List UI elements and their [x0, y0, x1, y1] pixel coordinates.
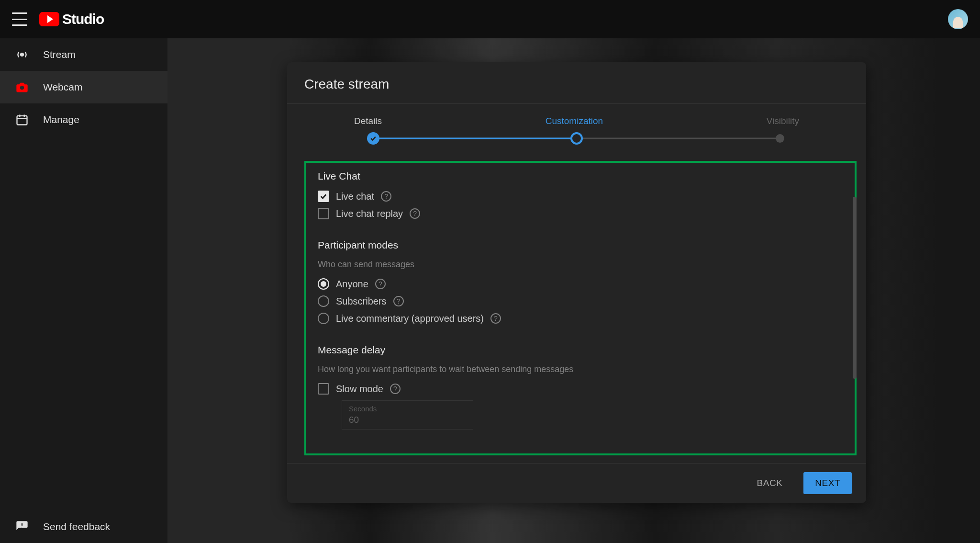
back-button[interactable]: BACK [746, 472, 794, 494]
commentary-radio[interactable] [318, 313, 329, 324]
section-sub: How long you want participants to wait b… [318, 364, 843, 374]
section-participant: Participant modes [318, 239, 843, 251]
sidebar-item-label: Stream [43, 49, 76, 60]
sidebar-item-label: Manage [43, 114, 79, 125]
step-dot-pending [776, 134, 784, 143]
step-details[interactable]: Details [354, 116, 382, 126]
live-chat-replay-checkbox[interactable] [318, 208, 329, 219]
option-anyone: Anyone ? [318, 278, 843, 290]
option-label: Subscribers [336, 296, 387, 307]
feedback-icon [15, 520, 29, 533]
help-icon[interactable]: ? [390, 384, 401, 394]
live-chat-checkbox[interactable] [318, 191, 329, 202]
section-delay: Message delay [318, 344, 843, 356]
option-label: Live chat replay [336, 208, 403, 219]
create-stream-dialog: Create stream Details Customization Visi… [287, 62, 866, 503]
dialog-footer: BACK NEXT [287, 463, 866, 503]
logo[interactable]: Studio [39, 11, 104, 27]
option-slow-mode: Slow mode ? [318, 383, 843, 395]
help-icon[interactable]: ? [410, 208, 420, 219]
option-live-chat-replay: Live chat replay ? [318, 208, 843, 219]
option-label: Slow mode [336, 384, 383, 395]
logo-text: Studio [62, 11, 104, 27]
help-icon[interactable]: ? [490, 313, 501, 324]
help-icon[interactable]: ? [375, 279, 386, 289]
help-icon[interactable]: ? [393, 296, 404, 306]
input-value: 60 [349, 415, 466, 425]
sidebar: Stream Webcam Manage Send feedback [0, 38, 167, 543]
stepper: Details Customization Visibility [287, 104, 866, 161]
sidebar-item-feedback[interactable]: Send feedback [0, 510, 167, 543]
option-label: Live chat [336, 191, 374, 202]
option-live-chat: Live chat ? [318, 191, 843, 202]
sidebar-item-webcam[interactable]: Webcam [0, 71, 167, 103]
webcam-icon [15, 80, 29, 94]
subscribers-radio[interactable] [318, 295, 329, 307]
header-left: Studio [12, 11, 104, 27]
sidebar-item-label: Send feedback [43, 521, 110, 532]
step-dot-current [570, 132, 583, 145]
header: Studio [0, 0, 980, 38]
step-customization[interactable]: Customization [546, 116, 603, 126]
option-label: Live commentary (approved users) [336, 313, 484, 324]
slow-mode-checkbox[interactable] [318, 383, 329, 395]
next-button[interactable]: NEXT [803, 472, 852, 494]
section-live-chat: Live Chat [318, 170, 843, 182]
highlight-box: Live Chat Live chat ? Live chat replay ?… [304, 161, 857, 455]
svg-point-1 [20, 86, 24, 90]
sidebar-item-label: Webcam [43, 81, 82, 93]
sidebar-item-manage[interactable]: Manage [0, 103, 167, 136]
youtube-icon [39, 12, 59, 26]
stream-icon [15, 48, 29, 61]
option-commentary: Live commentary (approved users) ? [318, 313, 843, 324]
svg-point-0 [21, 53, 23, 56]
section-sub: Who can send messages [318, 260, 843, 270]
seconds-field[interactable]: Seconds 60 [342, 400, 473, 430]
scrollbar[interactable] [853, 197, 857, 379]
dialog-body: Live Chat Live chat ? Live chat replay ?… [287, 161, 866, 463]
anyone-radio[interactable] [318, 278, 329, 290]
avatar[interactable] [948, 9, 968, 29]
dialog-title: Create stream [287, 62, 866, 104]
step-dot-done [367, 132, 379, 145]
option-subscribers: Subscribers ? [318, 295, 843, 307]
input-label: Seconds [349, 405, 466, 413]
sidebar-item-stream[interactable]: Stream [0, 38, 167, 71]
step-visibility[interactable]: Visibility [767, 116, 799, 126]
menu-icon[interactable] [12, 12, 27, 26]
svg-rect-2 [17, 116, 27, 125]
help-icon[interactable]: ? [381, 191, 391, 202]
calendar-icon [15, 113, 29, 126]
main-content: Create stream Details Customization Visi… [167, 38, 980, 543]
option-label: Anyone [336, 279, 368, 290]
